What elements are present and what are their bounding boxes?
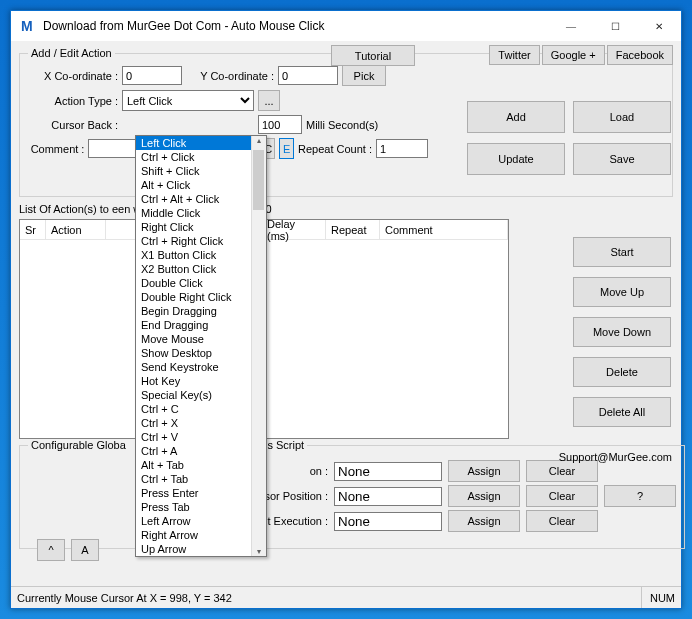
- x-coord-label: X Co-ordinate :: [28, 70, 118, 82]
- twitter-button[interactable]: Twitter: [489, 45, 539, 65]
- assign-button-1[interactable]: Assign: [448, 460, 520, 482]
- dropdown-item[interactable]: Right Arrow: [136, 528, 266, 542]
- col-sr[interactable]: Sr: [20, 220, 46, 239]
- dropdown-item[interactable]: Left Arrow: [136, 514, 266, 528]
- shortcut-row2-input[interactable]: [334, 487, 442, 506]
- dropdown-item[interactable]: Ctrl + Click: [136, 150, 266, 164]
- repeat-count-input[interactable]: [376, 139, 428, 158]
- a-button[interactable]: A: [71, 539, 99, 561]
- dropdown-item[interactable]: Right Click: [136, 220, 266, 234]
- dropdown-item[interactable]: Press Tab: [136, 500, 266, 514]
- start-button[interactable]: Start: [573, 237, 671, 267]
- dropdown-item[interactable]: Up Arrow: [136, 542, 266, 556]
- action-type-more-button[interactable]: ...: [258, 90, 280, 111]
- cursor-back-ms-input[interactable]: [258, 115, 302, 134]
- caret-up-button[interactable]: ^: [37, 539, 65, 561]
- dropdown-item[interactable]: Move Mouse: [136, 332, 266, 346]
- dropdown-item[interactable]: Left Click: [136, 136, 266, 150]
- window-title: Download from MurGee Dot Com - Auto Mous…: [43, 19, 549, 33]
- action-type-select[interactable]: Left Click: [122, 90, 254, 111]
- load-button[interactable]: Load: [573, 101, 671, 133]
- titlebar[interactable]: M Download from MurGee Dot Com - Auto Mo…: [11, 11, 681, 41]
- comment-label: Comment :: [28, 143, 84, 155]
- clear-button-1[interactable]: Clear: [526, 460, 598, 482]
- dropdown-item[interactable]: Special Key(s): [136, 388, 266, 402]
- col-repeat[interactable]: Repeat: [326, 220, 380, 239]
- ms-label: Milli Second(s): [306, 119, 378, 131]
- dropdown-item[interactable]: Ctrl + Right Click: [136, 234, 266, 248]
- clear-button-3[interactable]: Clear: [526, 510, 598, 532]
- tutorial-button[interactable]: Tutorial: [331, 45, 415, 66]
- action-type-dropdown[interactable]: Left ClickCtrl + ClickShift + ClickAlt +…: [135, 135, 267, 557]
- help-button[interactable]: ?: [604, 485, 676, 507]
- clear-button-2[interactable]: Clear: [526, 485, 598, 507]
- repeat-count-label: Repeat Count :: [298, 143, 372, 155]
- side-action-buttons: Start Move Up Move Down Delete Delete Al…: [573, 237, 671, 427]
- status-text: Currently Mouse Cursor At X = 998, Y = 3…: [17, 592, 232, 604]
- dropdown-item[interactable]: Press Enter: [136, 486, 266, 500]
- shortcut-row1-input[interactable]: [334, 462, 442, 481]
- googleplus-button[interactable]: Google +: [542, 45, 605, 65]
- dropdown-item[interactable]: Middle Click: [136, 206, 266, 220]
- assign-button-3[interactable]: Assign: [448, 510, 520, 532]
- dropdown-item[interactable]: X1 Button Click: [136, 248, 266, 262]
- delete-button[interactable]: Delete: [573, 357, 671, 387]
- assign-button-2[interactable]: Assign: [448, 485, 520, 507]
- dropdown-item[interactable]: Double Right Click: [136, 290, 266, 304]
- numlock-indicator: NUM: [641, 587, 675, 608]
- maximize-button[interactable]: ☐: [593, 11, 637, 41]
- close-button[interactable]: ✕: [637, 11, 681, 41]
- dropdown-item[interactable]: Ctrl + Tab: [136, 472, 266, 486]
- shortcut-row3-input[interactable]: [334, 512, 442, 531]
- movedown-button[interactable]: Move Down: [573, 317, 671, 347]
- dropdown-item[interactable]: Send Keystroke: [136, 360, 266, 374]
- dropdown-item[interactable]: Double Click: [136, 276, 266, 290]
- dropdown-item[interactable]: End Dragging: [136, 318, 266, 332]
- dropdown-item[interactable]: Ctrl + C: [136, 402, 266, 416]
- deleteall-button[interactable]: Delete All: [573, 397, 671, 427]
- app-window: M Download from MurGee Dot Com - Auto Mo…: [10, 10, 682, 609]
- dropdown-item[interactable]: Show Desktop: [136, 346, 266, 360]
- dropdown-item[interactable]: Begin Dragging: [136, 304, 266, 318]
- moveup-button[interactable]: Move Up: [573, 277, 671, 307]
- dropdown-item[interactable]: Alt + Click: [136, 178, 266, 192]
- dropdown-item[interactable]: Ctrl + V: [136, 430, 266, 444]
- col-action[interactable]: Action: [46, 220, 106, 239]
- top-links: Twitter Google + Facebook: [489, 45, 673, 65]
- dropdown-item[interactable]: Shift + Click: [136, 164, 266, 178]
- y-coord-label: Y Co-ordinate :: [186, 70, 274, 82]
- col-comment[interactable]: Comment: [380, 220, 508, 239]
- dropdown-item[interactable]: Alt + Tab: [136, 458, 266, 472]
- dropdown-item[interactable]: Ctrl + Alt + Click: [136, 192, 266, 206]
- app-icon: M: [17, 16, 37, 36]
- dropdown-item[interactable]: Hot Key: [136, 374, 266, 388]
- save-button[interactable]: Save: [573, 143, 671, 175]
- col-delay[interactable]: Delay (ms): [262, 220, 326, 239]
- add-edit-legend: Add / Edit Action: [28, 47, 115, 59]
- dropdown-item[interactable]: Ctrl + A: [136, 444, 266, 458]
- cursor-back-label: Cursor Back :: [28, 119, 118, 131]
- status-bar: Currently Mouse Cursor At X = 998, Y = 3…: [11, 586, 681, 608]
- minimize-button[interactable]: —: [549, 11, 593, 41]
- side-buttons-top: Add Load Update Save: [467, 101, 671, 175]
- shortcut-group: Configurable Globathis Script Support@Mu…: [19, 439, 685, 549]
- scrollbar-thumb-icon[interactable]: [253, 150, 264, 210]
- x-coord-input[interactable]: [122, 66, 182, 85]
- pick-button[interactable]: Pick: [342, 65, 386, 86]
- svg-text:M: M: [21, 18, 33, 34]
- y-coord-input[interactable]: [278, 66, 338, 85]
- dropdown-item[interactable]: Ctrl + X: [136, 416, 266, 430]
- action-type-label: Action Type :: [28, 95, 118, 107]
- support-link[interactable]: Support@MurGee.com: [559, 451, 672, 463]
- dropdown-item[interactable]: X2 Button Click: [136, 262, 266, 276]
- update-button[interactable]: Update: [467, 143, 565, 175]
- list-caption: List Of Action(s) to een with Resolution…: [19, 203, 673, 215]
- add-button[interactable]: Add: [467, 101, 565, 133]
- caret-buttons: ^ A: [37, 539, 99, 561]
- e-button[interactable]: E: [279, 138, 294, 159]
- content-area: Tutorial Twitter Google + Facebook Add /…: [11, 41, 681, 587]
- dropdown-scrollbar[interactable]: [251, 136, 266, 556]
- facebook-button[interactable]: Facebook: [607, 45, 673, 65]
